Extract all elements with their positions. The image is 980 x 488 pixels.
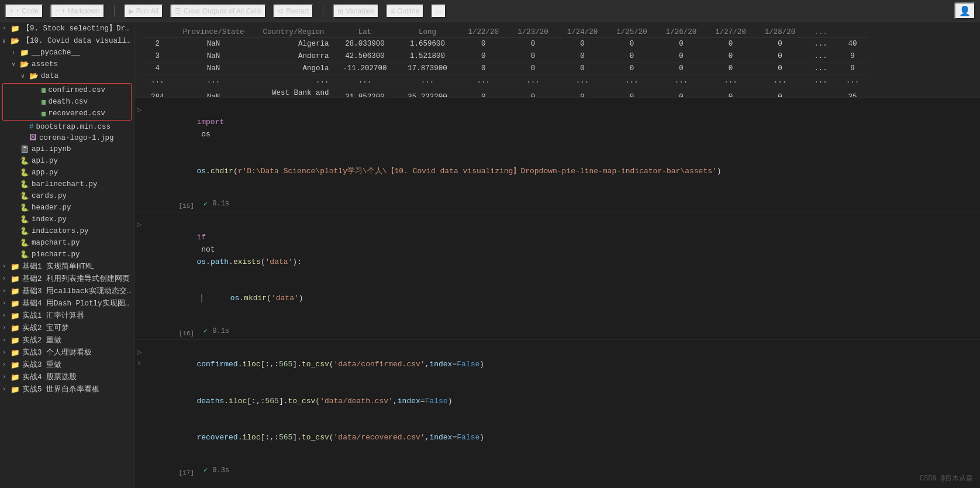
more-icon: ···: [436, 7, 441, 15]
chevron-down-icon: ∨: [2, 37, 11, 44]
row-v4: 0: [607, 38, 657, 50]
more-button[interactable]: ···: [431, 4, 446, 18]
row-right: 40: [837, 38, 869, 50]
clear-outputs-label: Clear Outputs of All Cells: [184, 7, 261, 15]
row-v3: ...: [558, 75, 608, 87]
sz1-label: 实战1 汇率计算器: [22, 311, 84, 321]
add-markdown-button[interactable]: + + Markdown: [50, 4, 105, 18]
sidebar-item-header-py[interactable]: 🐍 header.py: [0, 202, 134, 214]
cell-17-number: [17]: [170, 465, 199, 476]
sidebar-item-api-ipynb[interactable]: 📓 api.ipynb: [0, 143, 134, 155]
sidebar-item-index-py[interactable]: 🐍 index.py: [0, 214, 134, 225]
run-cell-15-button[interactable]: ▷: [134, 100, 144, 115]
sidebar-item-api-py[interactable]: 🐍 api.py: [0, 155, 134, 167]
row-right: ...: [837, 75, 869, 87]
variables-label: Variables: [346, 7, 374, 15]
op: [:,:: [261, 433, 279, 442]
chevron-right-icon-2: ›: [12, 50, 20, 56]
outline-label: Outline: [397, 7, 419, 15]
op: ):: [292, 257, 302, 266]
op: ,: [393, 397, 398, 405]
sidebar-item-sz1[interactable]: › 📁 实战1 汇率计算器: [0, 310, 134, 322]
row-province: NaN: [174, 87, 254, 97]
sidebar-item-jc2[interactable]: › 📁 基础2 利用列表推导式创建网页: [0, 273, 134, 285]
sidebar-item-sz5[interactable]: › 📁 实战5 世界自杀率看板: [0, 383, 134, 396]
variables-button[interactable]: ⊞ Variables: [333, 4, 379, 18]
table-row: 3 NaN Andorra 42.506300 1.521800 0 0 0 0…: [142, 50, 868, 63]
sidebar-item-sz2a[interactable]: › 📁 实战2 宝可梦: [0, 322, 134, 334]
sidebar-item-piechart-py[interactable]: 🐍 piechart.py: [0, 249, 134, 260]
folder-sz1-icon: 📁: [11, 311, 20, 321]
sidebar[interactable]: › 📁 【9. Stock selecting】Dropdown-Rangesl…: [0, 22, 134, 488]
cell-15-output: [15] ✓ 0.1s: [134, 197, 980, 212]
row-v2: 0: [508, 87, 558, 97]
sz4-label: 实战4 股票选股: [22, 372, 77, 382]
jc1-label: 基础1 实现简单HTML: [22, 262, 94, 272]
chevron-right-icon-jc1: ›: [2, 263, 11, 270]
toolbar: + + Code + + Markdown ▶ Run All ☰ Clear …: [0, 0, 980, 22]
keyword-if: if: [196, 233, 206, 242]
sidebar-item-corona-jpg[interactable]: 🖼 corona-logo-1.jpg: [0, 132, 134, 143]
sidebar-item-jc1[interactable]: › 📁 基础1 实现简单HTML: [0, 260, 134, 273]
fn-exists: exists: [233, 257, 261, 266]
sidebar-item-jc4[interactable]: › 📁 基础4 用Dash Plotly实现图表可视化: [0, 297, 134, 310]
sidebar-item-barlinechart-py[interactable]: 🐍 barlinechart.py: [0, 178, 134, 190]
restart-icon: ↺: [278, 7, 284, 15]
row-v5: 0: [657, 87, 706, 97]
sidebar-item-stock[interactable]: › 📁 【9. Stock selecting】Dropdown-Rangesl…: [0, 22, 134, 35]
run-all-label: Run All: [136, 7, 158, 15]
row-v5: 0: [657, 63, 706, 75]
sidebar-item-covid[interactable]: ∨ 📂 【10. Covid data visualizing】Dropdown…: [0, 35, 134, 47]
run-all-button[interactable]: ▶ Run All: [124, 4, 163, 18]
clear-outputs-button[interactable]: ☰ Clear Outputs of All Cells: [170, 4, 266, 18]
sidebar-item-cards-py[interactable]: 🐍 cards.py: [0, 190, 134, 202]
sidebar-item-assets[interactable]: ∨ 📂 assets: [0, 59, 134, 70]
sidebar-item-jc3[interactable]: › 📁 基础3 用callback实现动态交互元素: [0, 285, 134, 297]
user-icon-button[interactable]: 👤: [954, 2, 975, 19]
cell-16-content: if not os.path.exists('data'): os.mkdir(…: [144, 215, 980, 321]
sidebar-item-sz3a[interactable]: › 📁 实战3 个人理财看板: [0, 346, 134, 359]
op: (: [267, 294, 271, 303]
sidebar-item-pycache[interactable]: › 📁 __pycache__: [0, 47, 134, 59]
sidebar-item-recovered-csv[interactable]: ▦ recovered.csv: [3, 108, 131, 119]
row-province: ...: [174, 75, 254, 87]
outline-button[interactable]: ≡ Outline: [386, 4, 424, 18]
row-right: 9: [837, 50, 869, 63]
sidebar-item-bootstrap-css[interactable]: # bootstrap.min.css: [0, 122, 134, 132]
py-icon-mapchart: 🐍: [20, 238, 29, 248]
row-lon: 1.659600: [396, 38, 459, 50]
expand-cell-17-button[interactable]: ∨: [137, 359, 141, 366]
add-code-button[interactable]: + + Code: [5, 4, 43, 18]
op: [:,:: [247, 397, 265, 405]
py-icon-index: 🐍: [20, 215, 29, 224]
sidebar-item-death-csv[interactable]: ▦ death.csv: [3, 96, 131, 108]
run-cell-16-button[interactable]: ▷: [134, 215, 144, 229]
outline-icon: ≡: [391, 7, 395, 15]
table-output-cell: Province/State Country/Region Lat Long 1…: [134, 22, 980, 97]
sidebar-item-sz4[interactable]: › 📁 实战4 股票选股: [0, 371, 134, 383]
header-py-label: header.py: [32, 204, 71, 212]
sidebar-item-mapchart-py[interactable]: 🐍 mapchart.py: [0, 237, 134, 249]
bootstrap-css-label: bootstrap.min.css: [36, 123, 111, 131]
sidebar-item-sz2b[interactable]: › 📁 实战2 重做: [0, 334, 134, 346]
sidebar-item-sz3b[interactable]: › 📁 实战3 重做: [0, 359, 134, 371]
mapchart-py-label: mapchart.py: [32, 239, 80, 247]
str-death-path: 'data/death.csv': [320, 397, 393, 405]
sidebar-item-data[interactable]: ∨ 📂 data: [0, 70, 134, 82]
css-icon: #: [29, 123, 34, 131]
restart-button[interactable]: ↺ Restart: [273, 4, 313, 18]
barlinechart-py-label: barlinechart.py: [32, 180, 98, 188]
sidebar-item-app-py[interactable]: 🐍 app.py: [0, 167, 134, 178]
row-v1: ...: [459, 75, 509, 87]
row-v3: 0: [558, 38, 608, 50]
str-data2: 'data': [271, 294, 299, 303]
folder-sz2a-icon: 📁: [11, 324, 20, 333]
data-table: Province/State Country/Region Lat Long 1…: [142, 27, 868, 97]
sidebar-item-confirmed-csv[interactable]: ▦ confirmed.csv: [3, 84, 131, 96]
val-false: False: [457, 360, 479, 369]
cards-py-label: cards.py: [32, 192, 67, 200]
row-province: NaN: [174, 63, 254, 75]
sidebar-item-indicators-py[interactable]: 🐍 indicators.py: [0, 225, 134, 237]
folder-open-icon: 📂: [11, 36, 20, 46]
run-cell-17-button[interactable]: ▷: [137, 347, 142, 357]
